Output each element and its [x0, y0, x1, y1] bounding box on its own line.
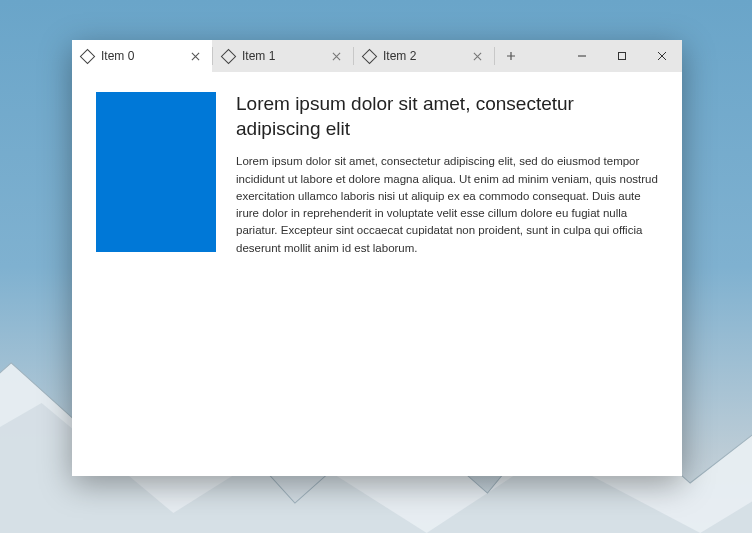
tab-item-1[interactable]: Item 1 — [213, 40, 353, 72]
minimize-button[interactable] — [562, 40, 602, 72]
titlebar[interactable]: Item 0 Item 1 Item 2 — [72, 40, 682, 72]
content-area: Lorem ipsum dolor sit amet, consectetur … — [72, 72, 682, 476]
tab-strip: Item 0 Item 1 Item 2 — [72, 40, 562, 72]
tab-label: Item 1 — [242, 49, 323, 63]
maximize-button[interactable] — [602, 40, 642, 72]
add-tab-button[interactable] — [495, 40, 527, 72]
close-tab-button[interactable] — [186, 47, 204, 65]
app-window: Item 0 Item 1 Item 2 — [72, 40, 682, 476]
close-tab-button[interactable] — [468, 47, 486, 65]
close-window-button[interactable] — [642, 40, 682, 72]
content-body: Lorem ipsum dolor sit amet, consectetur … — [236, 153, 658, 257]
diamond-icon — [221, 48, 237, 64]
content-image-placeholder — [96, 92, 216, 252]
window-controls — [562, 40, 682, 72]
content-text: Lorem ipsum dolor sit amet, consectetur … — [236, 92, 658, 456]
close-tab-button[interactable] — [327, 47, 345, 65]
diamond-icon — [362, 48, 378, 64]
diamond-icon — [80, 48, 96, 64]
tab-item-2[interactable]: Item 2 — [354, 40, 494, 72]
content-heading: Lorem ipsum dolor sit amet, consectetur … — [236, 92, 658, 141]
tab-item-0[interactable]: Item 0 — [72, 40, 212, 72]
tab-label: Item 2 — [383, 49, 464, 63]
tab-label: Item 0 — [101, 49, 182, 63]
svg-rect-2 — [619, 53, 626, 60]
